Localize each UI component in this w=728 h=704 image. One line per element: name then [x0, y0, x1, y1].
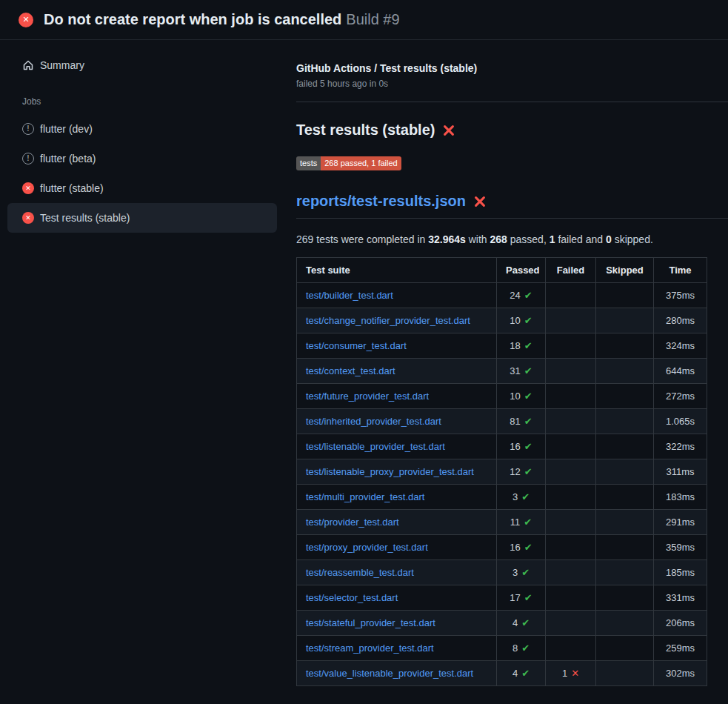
failed-cell — [546, 283, 596, 308]
suite-cell: test/inherited_provider_test.dart — [297, 409, 497, 434]
passed-cell: 81✔ — [497, 409, 546, 434]
passed-cell-value: 24 — [510, 290, 520, 301]
test-suite-link[interactable]: test/selector_test.dart — [306, 592, 398, 603]
check-icon: ✔ — [524, 365, 532, 376]
test-suite-link[interactable]: test/value_listenable_provider_test.dart — [306, 668, 473, 679]
sidebar-item-flutter-stable[interactable]: ✕flutter (stable) — [7, 173, 277, 203]
test-suite-link[interactable]: test/stateful_provider_test.dart — [306, 617, 435, 628]
test-suite-link[interactable]: test/builder_test.dart — [306, 290, 393, 301]
col-header-failed: Failed — [546, 258, 596, 283]
check-icon: ✔ — [521, 668, 530, 679]
suite-cell: test/change_notifier_provider_test.dart — [297, 308, 497, 333]
passed-cell-value: 12 — [510, 466, 520, 477]
passed-cell-value: 16 — [510, 441, 520, 452]
table-row: test/selector_test.dart17✔331ms — [297, 585, 707, 611]
page-layout: Summary Jobs !flutter (dev)!flutter (bet… — [0, 40, 728, 704]
test-suite-link[interactable]: test/listenable_proxy_provider_test.dart — [306, 466, 474, 477]
col-header-time: Time — [654, 258, 707, 283]
test-suite-link[interactable]: test/provider_test.dart — [306, 517, 399, 528]
suite-cell: test/consumer_test.dart — [297, 333, 497, 359]
passed-cell-value: 3 — [512, 491, 518, 502]
passed-cell: 10✔ — [497, 384, 546, 409]
test-suite-link[interactable]: test/multi_provider_test.dart — [306, 491, 424, 502]
col-header-skipped: Skipped — [596, 258, 654, 283]
skipped-cell — [596, 359, 654, 384]
sidebar-item-flutter-beta[interactable]: !flutter (beta) — [7, 144, 277, 173]
sidebar-item-summary[interactable]: Summary — [7, 50, 277, 80]
suite-cell: test/context_test.dart — [297, 359, 497, 384]
table-row: test/context_test.dart31✔644ms — [297, 359, 707, 384]
jobs-section-label: Jobs — [22, 96, 284, 107]
time-cell: 185ms — [654, 560, 707, 585]
summary-passed-count: 268 — [490, 233, 507, 245]
time-cell: 311ms — [654, 459, 707, 485]
test-suite-link[interactable]: test/reassemble_test.dart — [306, 567, 414, 578]
skipped-cell — [596, 611, 654, 636]
sidebar-item-label: flutter (beta) — [40, 153, 96, 165]
main-content: GitHub Actions / Test results (stable) f… — [284, 40, 728, 704]
col-header-passed: Passed — [497, 258, 546, 283]
check-icon: ✔ — [524, 517, 532, 528]
check-icon: ✔ — [524, 290, 532, 301]
passed-cell-value: 10 — [510, 391, 520, 402]
suite-cell: test/future_provider_test.dart — [297, 384, 497, 409]
results-table: Test suite Passed Failed Skipped Time te… — [296, 257, 707, 686]
report-link[interactable]: reports/test-results.json — [296, 193, 466, 210]
check-icon: ✔ — [524, 416, 532, 427]
failed-cell — [546, 333, 596, 359]
failed-cell — [546, 384, 596, 409]
table-row: test/consumer_test.dart18✔324ms — [297, 333, 707, 359]
test-suite-link[interactable]: test/listenable_provider_test.dart — [306, 441, 445, 452]
table-row: test/value_listenable_provider_test.dart… — [297, 661, 707, 686]
passed-cell: 18✔ — [497, 333, 546, 359]
test-suite-link[interactable]: test/inherited_provider_test.dart — [306, 416, 441, 427]
check-icon: ✔ — [524, 315, 532, 326]
table-header-row: Test suite Passed Failed Skipped Time — [297, 258, 707, 283]
build-number: Build #9 — [346, 11, 399, 27]
suite-cell: test/value_listenable_provider_test.dart — [297, 661, 497, 686]
col-header-test-suite: Test suite — [297, 258, 497, 283]
build-title-text: Do not create report when job is cancell… — [44, 11, 341, 27]
failed-cell — [546, 560, 596, 585]
failed-cell — [546, 535, 596, 560]
failed-cell — [546, 359, 596, 384]
test-suite-link[interactable]: test/context_test.dart — [306, 365, 395, 376]
check-icon: ✔ — [524, 441, 532, 452]
table-row: test/proxy_provider_test.dart16✔359ms — [297, 535, 707, 560]
test-suite-link[interactable]: test/proxy_provider_test.dart — [306, 542, 428, 553]
section-title-text: Test results (stable) — [296, 122, 435, 139]
skipped-cell — [596, 661, 654, 686]
breadcrumb: GitHub Actions / Test results (stable) — [296, 62, 728, 74]
skipped-cell — [596, 308, 654, 333]
test-suite-link[interactable]: test/stream_provider_test.dart — [306, 642, 434, 654]
tests-badge: tests 268 passed, 1 failed — [296, 156, 401, 170]
failed-cell — [546, 434, 596, 459]
test-suite-link[interactable]: test/change_notifier_provider_test.dart — [306, 315, 470, 326]
passed-cell: 10✔ — [497, 308, 546, 333]
failed-cell — [546, 585, 596, 611]
sidebar-item-test-results-stable[interactable]: ✕Test results (stable) — [7, 203, 277, 233]
sidebar-item-label: Test results (stable) — [40, 212, 130, 224]
passed-cell: 16✔ — [497, 434, 546, 459]
sidebar-item-flutter-dev[interactable]: !flutter (dev) — [7, 114, 277, 144]
summary-skipped-count: 0 — [606, 233, 612, 245]
skipped-cell — [596, 409, 654, 434]
check-icon: ✔ — [524, 592, 532, 603]
test-suite-link[interactable]: test/consumer_test.dart — [306, 340, 407, 351]
passed-cell: 31✔ — [497, 359, 546, 384]
passed-cell: 8✔ — [497, 636, 546, 661]
suite-cell: test/builder_test.dart — [297, 283, 497, 308]
badge-label: tests — [296, 156, 321, 170]
sidebar-item-label: flutter (stable) — [40, 182, 104, 194]
passed-cell-value: 4 — [512, 668, 518, 679]
test-suite-link[interactable]: test/future_provider_test.dart — [306, 391, 429, 402]
check-icon: ✔ — [521, 617, 530, 628]
passed-cell: 12✔ — [497, 459, 546, 485]
failed-x-icon — [473, 195, 487, 208]
passed-cell: 4✔ — [497, 611, 546, 636]
build-failed-icon: ✕ — [19, 13, 33, 27]
time-cell: 302ms — [654, 661, 707, 686]
passed-cell: 3✔ — [497, 560, 546, 585]
time-cell: 259ms — [654, 636, 707, 661]
failed-icon: ✕ — [22, 182, 34, 194]
